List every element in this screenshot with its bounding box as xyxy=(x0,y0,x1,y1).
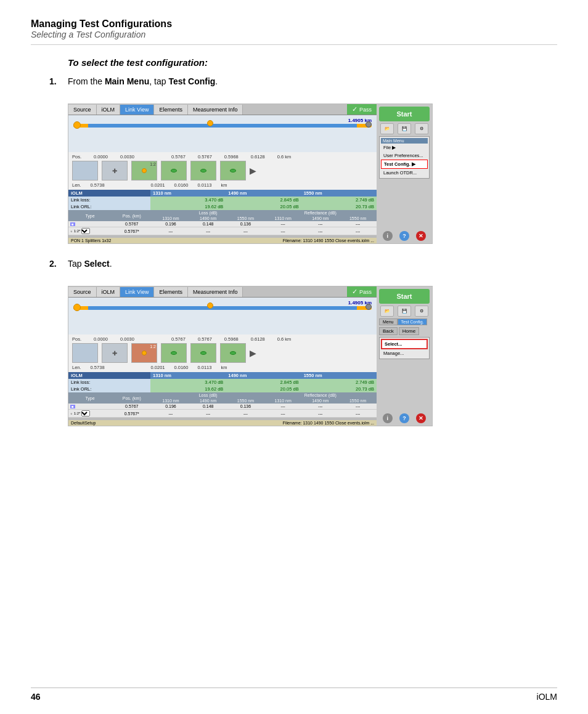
menu-launch-otdr-1[interactable]: Launch OTDR... xyxy=(381,169,428,177)
save-button-2[interactable]: 💾 xyxy=(398,306,411,317)
step-2: 2. Tap Select. xyxy=(49,259,557,269)
oval-2 xyxy=(200,169,206,172)
manage-button-2[interactable]: Manage... xyxy=(381,349,428,357)
len-row-1: Len. 0.5738 0.0201 0.0160 0.0113 km xyxy=(72,182,373,188)
pos-row-2: Pos. 0.0000 0.0030 0.5767 0.5767 0.5968 … xyxy=(72,336,373,342)
tab-linkview-1[interactable]: Link View xyxy=(120,105,154,115)
app-screen-1: Source iOLM Link View Elements Measureme… xyxy=(68,104,377,243)
marker-end-2 xyxy=(365,304,372,310)
nav-menu-2[interactable]: Menu xyxy=(379,318,398,325)
tab-elements-1[interactable]: Elements xyxy=(154,105,188,115)
tab-iolm-1[interactable]: iOLM xyxy=(97,105,121,115)
select-button-2[interactable]: Select... xyxy=(381,339,428,349)
iolm-table-2: iOLM 1310 nm 1490 nm 1550 nm Link loss: … xyxy=(68,372,377,392)
info-icon-1[interactable]: i xyxy=(383,231,393,241)
pass-check-icon-1: ✓ xyxy=(352,105,357,113)
step-1: 1. From the Main Menu, tap Test Config. xyxy=(49,76,557,86)
event-row-3: ■ 0.5767 0.196 0.148 0.136 --- --- --- xyxy=(68,404,377,410)
save-button-1[interactable]: 💾 xyxy=(398,123,411,134)
iolm-table-1: iOLM 1310 nm 1490 nm 1550 nm Link loss: … xyxy=(68,190,377,210)
help-icon-1[interactable]: ? xyxy=(399,231,409,241)
tab-bar-2: Source iOLM Link View Elements Measureme… xyxy=(68,286,377,298)
status-left-2: DefaultSetup xyxy=(71,421,96,425)
element-oval-6 xyxy=(220,343,246,363)
marker-start-1 xyxy=(73,121,81,129)
info-icon-2[interactable]: i xyxy=(383,413,393,423)
events-table-2: Type Pos. (km) Loss (dB) Reflectance (dB… xyxy=(68,392,377,418)
tab-linkview-2[interactable]: Link View xyxy=(120,287,154,297)
arrow-right-1: ▶ xyxy=(250,161,256,181)
step-2-num: 2. xyxy=(49,259,68,269)
pass-badge-1: ✓ Pass xyxy=(347,104,377,115)
start-button-2[interactable]: Start xyxy=(379,289,430,304)
len-row-2: Len. 0.5738 0.0201 0.0160 0.0113 km xyxy=(72,365,373,370)
bottom-icons-2: i ? ✕ xyxy=(379,413,430,423)
status-right-1: Filename: 1310 1490 1550 Close events.io… xyxy=(283,238,374,243)
oval-5 xyxy=(200,351,206,355)
element-oval-3 xyxy=(220,161,246,181)
testconfig-menu-2: Select... Manage... xyxy=(379,337,430,359)
trace-bar-2 xyxy=(73,306,372,310)
page-subtitle: Selecting a Test Configuration xyxy=(31,30,557,39)
menu-label-1: Main Menu xyxy=(381,138,428,144)
pos-row-1: Pos. 0.0000 0.0030 0.5767 0.5767 0.5968 … xyxy=(72,154,373,160)
open-button-2[interactable]: 📂 xyxy=(380,306,394,317)
menu-testconfig-1[interactable]: Test Config. ▶ xyxy=(381,160,428,169)
oval-3 xyxy=(230,169,236,172)
step-1-num: 1. xyxy=(49,76,68,86)
trace-bar-1 xyxy=(73,124,372,128)
help-icon-2[interactable]: ? xyxy=(399,413,409,423)
status-left-1: PON 1 Splitters 1x32 xyxy=(71,238,111,243)
config-button-2[interactable]: ⚙ xyxy=(415,306,428,317)
trace-area-2: 1.4905 km xyxy=(68,298,377,335)
tab-iolm-2[interactable]: iOLM xyxy=(97,287,121,297)
icon-row-1: 📂 💾 ⚙ xyxy=(379,123,430,134)
status-bar-1: PON 1 Splitters 1x32 Filename: 1310 1490… xyxy=(68,238,377,243)
page-header: Managing Test Configurations Selecting a… xyxy=(31,18,557,45)
status-bar-2: DefaultSetup Filename: 1310 1490 1550 Cl… xyxy=(68,420,377,426)
tab-measurement-2[interactable]: Measurement Info xyxy=(188,287,243,297)
back-button-2[interactable]: Back xyxy=(379,327,398,335)
config-button-1[interactable]: ⚙ xyxy=(415,123,428,134)
pass-label-2: Pass xyxy=(359,289,372,295)
measurements-2: Pos. 0.0000 0.0030 0.5767 0.5767 0.5968 … xyxy=(68,335,377,372)
element-conn-2 xyxy=(72,343,98,363)
element-splice-1: ✚ xyxy=(102,161,128,181)
event-row-4: ⬦ 1:2* ▼ 0.5767* --- --- --- --- --- --- xyxy=(68,410,377,418)
trace-area-1: 1.4905 km xyxy=(68,115,377,152)
pass-label-1: Pass xyxy=(359,107,372,113)
element-splitter-2: 1:2 xyxy=(131,343,157,363)
event-row-2: ⬦ 1:2* ▼ 0.5767* --- --- --- --- --- --- xyxy=(68,227,377,235)
start-button-1[interactable]: Start xyxy=(379,107,430,121)
oval-1 xyxy=(171,169,177,172)
element-oval-4 xyxy=(161,343,187,363)
events-table-1: Type Pos. (km) Loss (dB) Reflectance (dB… xyxy=(68,210,377,235)
event-row-1: ■ 0.5767 0.196 0.148 0.136 --- --- --- xyxy=(68,221,377,227)
nav-breadcrumb-2: Menu Test Config. xyxy=(379,318,430,325)
tab-source-1[interactable]: Source xyxy=(68,105,97,115)
tab-source-2[interactable]: Source xyxy=(68,287,97,297)
menu-preferences-1[interactable]: User Preferences... xyxy=(381,152,428,160)
arrow-right-2: ▶ xyxy=(250,343,256,363)
marker-mid-1 xyxy=(207,120,213,126)
tab-elements-2[interactable]: Elements xyxy=(154,287,188,297)
splitter-circle-2 xyxy=(142,351,147,355)
element-oval-5 xyxy=(190,343,216,363)
splitter-circle-1 xyxy=(142,168,147,173)
app-screen-2: Source iOLM Link View Elements Measureme… xyxy=(68,286,377,426)
element-splitter-1: 1:2 xyxy=(131,161,157,181)
footer-page-number: 46 xyxy=(31,692,41,702)
tab-bar-1: Source iOLM Link View Elements Measureme… xyxy=(68,104,377,115)
home-button-2[interactable]: Home xyxy=(399,327,419,335)
step-1-text: From the Main Menu, tap Test Config. xyxy=(68,76,218,86)
open-button-1[interactable]: 📂 xyxy=(380,123,394,134)
close-icon-1[interactable]: ✕ xyxy=(416,231,426,241)
element-oval-2 xyxy=(190,161,216,181)
status-right-2: Filename: 1310 1490 1550 Close events.io… xyxy=(283,421,374,425)
nav-testconfig-2[interactable]: Test Config. xyxy=(398,318,428,325)
close-icon-2[interactable]: ✕ xyxy=(416,413,426,423)
screenshot-1: Source iOLM Link View Elements Measureme… xyxy=(68,103,433,244)
tab-measurement-1[interactable]: Measurement Info xyxy=(188,105,243,115)
footer-brand: iOLM xyxy=(537,692,557,702)
menu-file-1[interactable]: File ▶ xyxy=(381,144,428,152)
